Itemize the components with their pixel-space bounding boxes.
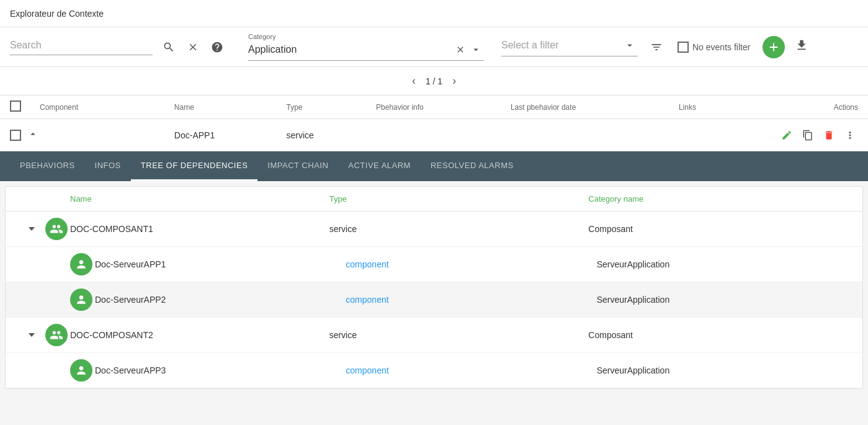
tab-infos[interactable]: INFOS	[85, 151, 131, 181]
dep-cat-serveur1: ServeurApplication	[597, 259, 848, 269]
trash-icon	[823, 130, 834, 141]
delete-button[interactable]	[821, 127, 837, 143]
category-label: Category	[248, 33, 484, 40]
filter-section: Select a filter	[501, 37, 638, 56]
select-all-checkbox[interactable]	[10, 101, 21, 112]
help-icon	[211, 41, 223, 53]
category-section: Category Application	[248, 33, 484, 61]
pagination-row: ‹ 1 / 1 ›	[0, 67, 868, 96]
dep-cat-serveur3: ServeurApplication	[597, 365, 848, 375]
top-bar: Explorateur de Contexte	[0, 0, 868, 27]
dep-row-serveur1: Doc-ServeurAPP1 component ServeurApplica…	[6, 247, 862, 282]
chevron-down-icon	[624, 40, 635, 51]
deps-table-header: Name Type Category name	[6, 187, 862, 212]
tab-active-alarm[interactable]: ACTIVE ALARM	[338, 151, 421, 181]
col-header-pbehavior: Pbehavior info	[376, 103, 511, 112]
dep-icon-serveur3	[70, 359, 95, 382]
tab-resolved-alarms[interactable]: RESOLVED ALARMS	[421, 151, 524, 181]
dep-name-serveur3: Doc-ServeurAPP3	[95, 365, 346, 375]
next-page-button[interactable]: ›	[447, 72, 461, 90]
avatar-serveur1	[70, 253, 92, 275]
prev-page-button[interactable]: ‹	[407, 72, 421, 90]
category-dropdown-button[interactable]	[468, 42, 484, 58]
category-value: Application	[248, 44, 453, 55]
search-input[interactable]	[10, 38, 109, 52]
filter-dropdown-button[interactable]	[622, 37, 638, 53]
dep-type-composant2: service	[329, 330, 589, 340]
tab-tree[interactable]: TREE OF DEPENDENCIES	[131, 151, 258, 181]
person-icon	[75, 364, 87, 377]
group-icon	[50, 328, 63, 342]
dep-icon-composant2	[45, 324, 70, 346]
filter-options-button[interactable]	[648, 38, 665, 56]
dep-col-cat: Category name	[588, 194, 848, 204]
dep-icon-composant1	[45, 218, 70, 240]
tab-impact-chain[interactable]: IMPACT CHAIN	[257, 151, 338, 181]
copy-button[interactable]	[800, 127, 816, 143]
dep-type-composant1: service	[329, 224, 589, 234]
row-actions	[768, 127, 858, 143]
copy-icon	[802, 130, 813, 141]
row-checkbox[interactable]	[10, 130, 21, 141]
avatar-composant2	[45, 324, 68, 346]
no-events-label: No events filter	[692, 42, 750, 52]
dep-col-type: Type	[329, 194, 589, 204]
no-events-section: No events filter	[678, 42, 750, 53]
row-type: service	[287, 130, 377, 140]
dep-expand-composant2[interactable]	[20, 333, 45, 337]
download-button[interactable]	[795, 38, 808, 55]
dep-cat-composant1: Composant	[588, 224, 848, 234]
filter-placeholder: Select a filter	[501, 40, 622, 51]
dep-name-serveur2: Doc-ServeurAPP2	[95, 295, 346, 305]
chevron-up-icon	[27, 128, 38, 140]
dep-name-serveur1: Doc-ServeurAPP1	[95, 259, 346, 269]
pencil-icon	[781, 130, 792, 141]
deps-container: Name Type Category name DOC-COMPOSANT1 s…	[5, 186, 863, 389]
add-icon	[767, 40, 781, 54]
avatar-serveur3	[70, 359, 92, 382]
search-button[interactable]	[160, 38, 177, 56]
close-icon	[455, 45, 465, 55]
dep-icon-serveur1	[70, 253, 95, 275]
col-header-name: Name	[174, 103, 287, 112]
avatar-composant1	[45, 218, 68, 240]
help-button[interactable]	[208, 38, 226, 56]
toolbar: Category Application Select a filter	[0, 27, 868, 67]
dep-type-serveur1: component	[346, 259, 596, 269]
no-events-checkbox[interactable]	[678, 42, 689, 53]
tab-pbehaviors[interactable]: PBEHAVIORS	[10, 151, 85, 181]
dep-icon-serveur2	[70, 289, 95, 311]
chevron-down-icon	[470, 44, 481, 55]
dep-type-serveur2: component	[346, 295, 596, 305]
dep-col-name: Name	[70, 194, 329, 204]
add-button[interactable]	[763, 36, 785, 58]
col-header-type: Type	[287, 103, 377, 112]
dep-row-composant2: DOC-COMPOSANT2 service Composant	[6, 318, 862, 353]
table-header: Component Name Type Pbehavior info Last …	[0, 96, 868, 119]
dep-type-serveur3: component	[346, 365, 596, 375]
person-icon	[75, 293, 87, 306]
edit-button[interactable]	[779, 127, 795, 143]
col-header-lastpb: Last pbehavior date	[511, 103, 679, 112]
close-icon	[187, 42, 199, 53]
category-clear-button[interactable]	[453, 42, 468, 57]
search-section	[10, 38, 153, 55]
dep-cat-composant2: Composant	[588, 330, 848, 340]
dep-cat-serveur2: ServeurApplication	[597, 295, 848, 305]
tabs-panel: PBEHAVIORS INFOS TREE OF DEPENDENCIES IM…	[0, 151, 868, 181]
dep-row-composant1: DOC-COMPOSANT1 service Composant	[6, 212, 862, 247]
more-button[interactable]	[842, 127, 858, 143]
col-header-links: Links	[679, 103, 769, 112]
col-header-component: Component	[40, 103, 174, 112]
clear-search-button[interactable]	[185, 39, 201, 55]
search-icon	[163, 41, 175, 53]
table-row: Doc-APP1 service	[0, 119, 868, 151]
group-icon	[50, 222, 63, 236]
row-name: Doc-APP1	[174, 130, 287, 140]
download-icon	[795, 38, 808, 52]
row-expand-button[interactable]	[26, 127, 40, 143]
category-select-row: Application	[248, 42, 484, 61]
dep-expand-composant1[interactable]	[20, 227, 45, 231]
page-info: 1 / 1	[426, 76, 442, 86]
more-vert-icon	[844, 130, 856, 141]
